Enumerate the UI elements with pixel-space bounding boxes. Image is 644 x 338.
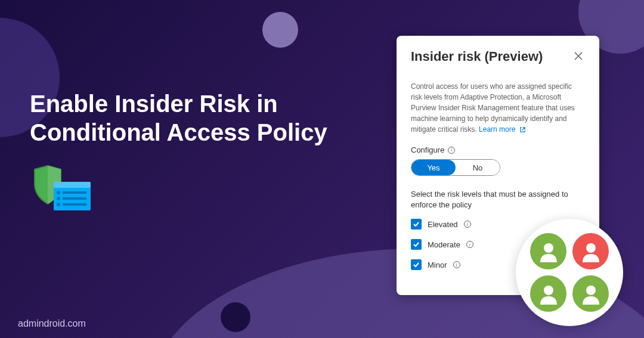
svg-rect-5 <box>63 197 86 200</box>
configure-label: Configure i <box>411 145 585 154</box>
svg-point-11 <box>586 286 596 295</box>
risk-levels-label: Select the risk levels that must be assi… <box>411 189 585 210</box>
svg-point-2 <box>57 191 60 194</box>
info-icon[interactable]: i <box>466 241 473 248</box>
shield-list-icon <box>30 161 95 217</box>
panel-header: Insider risk (Preview) <box>411 49 585 64</box>
toggle-no[interactable]: No <box>456 160 500 175</box>
close-icon <box>574 52 583 60</box>
checkmark-icon <box>413 261 420 268</box>
external-link-icon <box>519 126 526 133</box>
person-icon <box>537 282 561 306</box>
toggle-yes[interactable]: Yes <box>411 160 456 175</box>
checkmark-icon <box>413 241 420 248</box>
svg-point-8 <box>544 243 553 253</box>
page-title: Enable Insider Risk in Conditional Acces… <box>30 89 328 147</box>
info-icon[interactable]: i <box>453 261 460 268</box>
checkbox-moderate[interactable] <box>411 239 422 250</box>
svg-point-9 <box>586 243 596 253</box>
svg-point-6 <box>57 203 60 206</box>
configure-toggle[interactable]: Yes No <box>411 159 500 176</box>
user-avatar <box>530 233 566 269</box>
user-avatar-risk <box>572 233 609 269</box>
user-avatars-group <box>516 219 623 326</box>
checkmark-icon <box>413 221 420 228</box>
risk-level-label: Moderate <box>428 240 460 249</box>
user-avatar <box>530 275 566 312</box>
person-icon <box>579 240 603 263</box>
svg-point-4 <box>57 197 60 200</box>
configure-section: Configure i Yes No <box>411 145 585 176</box>
risk-level-label: Minor <box>428 261 447 269</box>
info-icon[interactable]: i <box>448 147 455 154</box>
person-icon <box>579 282 603 306</box>
close-button[interactable] <box>572 49 585 64</box>
info-icon[interactable]: i <box>464 221 471 228</box>
checkbox-elevated[interactable] <box>411 219 422 230</box>
risk-level-label: Elevated <box>428 220 458 229</box>
footer-brand: admindroid.com <box>18 318 86 329</box>
bg-decoration <box>221 302 250 332</box>
panel-title: Insider risk (Preview) <box>411 49 543 64</box>
svg-rect-1 <box>54 182 91 188</box>
learn-more-link[interactable]: Learn more <box>479 125 526 134</box>
person-icon <box>537 240 561 263</box>
checkbox-minor[interactable] <box>411 259 422 270</box>
panel-description: Control access for users who are assigne… <box>411 81 585 135</box>
svg-rect-3 <box>63 191 86 194</box>
svg-rect-7 <box>63 203 86 206</box>
user-avatar <box>572 275 609 312</box>
bg-decoration <box>262 12 298 48</box>
svg-point-10 <box>544 286 553 295</box>
